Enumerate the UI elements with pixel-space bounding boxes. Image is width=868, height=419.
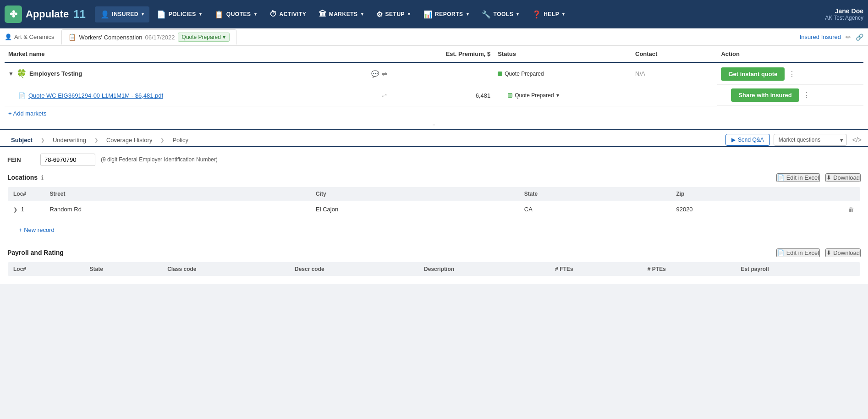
loc-zip-cell: 92020 [670,201,842,218]
nav-item-insured[interactable]: 👤 INSURED ▾ [95,6,150,22]
quote-file-icon: 📄 [18,92,26,99]
tab-date: 06/17/2022 [145,34,175,41]
locations-help-icon[interactable]: ℹ [41,174,44,181]
quote-action-cell: Share with insured ⋮ [717,85,863,106]
loc-num-cell: ❯ 1 [8,201,44,218]
pr-col-loc: Loc# [8,262,84,276]
quote-more-menu-button[interactable]: ⋮ [803,91,810,99]
nav-item-policies[interactable]: 📄 POLICIES ▾ [151,6,207,22]
fein-label: FEIN [7,156,35,163]
locations-title: Locations [7,174,38,181]
new-record-button[interactable]: + New record [13,223,60,237]
add-markets-row: + Add markets [5,106,863,121]
loc-street-cell: Random Rd [44,201,311,218]
quote-status-text: Quote Prepared [515,92,554,99]
help-nav-icon: ❓ [532,10,542,19]
user-name: Jane Doe [825,7,863,15]
quote-row: 📄 Quote WC EIG3691294-00 L1M1M1M - $6,48… [5,85,863,106]
quotes-nav-icon: 📋 [214,10,224,19]
quote-contact-cell [632,85,717,106]
nav-item-reports[interactable]: 📊 REPORTS ▾ [418,6,475,22]
edit-insured-icon[interactable]: ✏ [846,33,851,41]
tab-coverage-history[interactable]: Coverage History [100,134,159,146]
quote-file-link[interactable]: Quote WC EIG3691294-00 L1M1M1M - $6,481.… [28,92,163,99]
new-record-row: + New record [8,218,861,242]
market-more-menu-button[interactable]: ⋮ [788,70,796,78]
payroll-edit-excel-label: Edit in Excel [786,249,819,256]
add-markets-cell: + Add markets [5,106,863,121]
loc-street-value: Random Rd [50,206,82,213]
loc-expand-icon[interactable]: ❯ [13,207,17,212]
nav-item-tools[interactable]: 🔧 TOOLS ▾ [476,6,525,22]
tab-policy[interactable]: Policy [166,134,195,146]
reports-chevron-icon: ▾ [467,12,469,17]
locations-download-button[interactable]: ⬇ Download [825,173,861,182]
loc-col-num: Loc# [8,187,44,201]
code-view-button[interactable]: </> [851,134,863,145]
nav-item-help[interactable]: ❓ HELP ▾ [527,6,571,22]
status-dot-light-green [508,93,512,98]
loc-delete-button[interactable]: 🗑 [848,206,854,213]
loc-col-state: State [519,187,671,201]
payroll-download-label: Download [833,249,860,256]
code-view-icon: </> [852,136,862,143]
share-insured-icon[interactable]: 🔗 [856,33,863,41]
quote-status-dropdown-icon[interactable]: ▾ [556,92,559,99]
download-icon: ⬇ [826,174,831,181]
tab-underwriting[interactable]: Underwriting [46,134,93,146]
breadcrumb-tab[interactable]: 📋 Workers' Compensation 06/17/2022 Quote… [61,29,236,44]
send-qa-button[interactable]: ▶ Send Q&A [725,134,770,146]
nav-markets-label: MARKETS [329,11,358,17]
nav-reports-label: REPORTS [435,11,463,17]
insured-breadcrumb-label[interactable]: Art & Ceramics [14,33,54,40]
nav-item-markets[interactable]: 🏛 MARKETS ▾ [313,6,369,22]
payroll-edit-excel-button[interactable]: 📄 Edit in Excel [776,248,820,257]
loc-num-value: 1 [21,206,24,213]
tab-coverage-history-label: Coverage History [106,137,152,143]
nav-item-quotes[interactable]: 📋 QUOTES ▾ [209,6,262,22]
market-icon-group: 💬 ⇌ [371,70,387,77]
quote-file-cell: 📄 Quote WC EIG3691294-00 L1M1M1M - $6,48… [5,85,391,106]
logo-number: 11 [73,8,86,21]
quote-settings-icon[interactable]: ⇌ [382,92,387,99]
logo-name: Appulate [26,8,69,20]
market-questions-select[interactable]: Market questions [774,134,847,146]
tabs-bar: Subject ❯ Underwriting ❯ Coverage Histor… [0,130,868,147]
locations-actions: 📄 Edit in Excel ⬇ Download [776,173,861,182]
logo[interactable]: ✤ Appulate 11 [5,6,86,23]
loc-state-cell: CA [519,201,671,218]
market-contact-cell: N/A [632,62,717,85]
payroll-edit-excel-icon: 📄 [777,249,785,256]
get-instant-quote-button[interactable]: Get instant quote [721,67,785,81]
market-table: Market name Est. Premium, $ Status Conta… [5,46,863,121]
table-row: ▼ 🍀 Employers Testing 💬 ⇌ [5,62,863,85]
loc-delete-cell: 🗑 [842,201,861,218]
col-action: Action [717,46,863,62]
market-chat-icon[interactable]: 💬 [371,70,379,77]
status-dropdown-icon[interactable]: ▾ [223,34,225,40]
market-flow-icon[interactable]: ⇌ [382,70,387,77]
nav-item-setup[interactable]: ⚙ SETUP ▾ [371,6,416,22]
tab-underwriting-label: Underwriting [53,137,86,143]
market-expand-icon[interactable]: ▼ [8,71,14,77]
setup-chevron-icon: ▾ [408,12,411,17]
user-area: Jane Doe AK Test Agency [825,7,863,21]
tab-subject[interactable]: Subject [5,134,39,146]
nav-tools-label: TOOLS [494,11,514,17]
reports-nav-icon: 📊 [423,10,433,19]
payroll-download-button[interactable]: ⬇ Download [825,248,861,257]
edit-excel-label: Edit in Excel [786,174,819,181]
nav-item-activity[interactable]: ⏱ ACTIVITY [264,6,312,22]
tab-policy-label: Policy [172,137,188,143]
top-nav: ✤ Appulate 11 👤 INSURED ▾ 📄 POLICIES ▾ 📋… [0,0,868,28]
status-badge[interactable]: Quote Prepared ▾ [178,33,230,42]
add-markets-button[interactable]: + Add markets [8,110,46,117]
insured-profile-link[interactable]: Insured Insured [800,33,841,40]
breadcrumb-insured: 👤 Art & Ceramics [5,33,54,40]
nav-items: 👤 INSURED ▾ 📄 POLICIES ▾ 📋 QUOTES ▾ ⏱ AC… [95,6,825,22]
share-with-insured-button[interactable]: Share with insured [731,88,799,102]
fein-input[interactable] [40,154,95,166]
pr-col-description: Description [418,262,549,276]
locations-edit-excel-button[interactable]: 📄 Edit in Excel [776,173,820,182]
payroll-download-icon: ⬇ [826,249,831,256]
